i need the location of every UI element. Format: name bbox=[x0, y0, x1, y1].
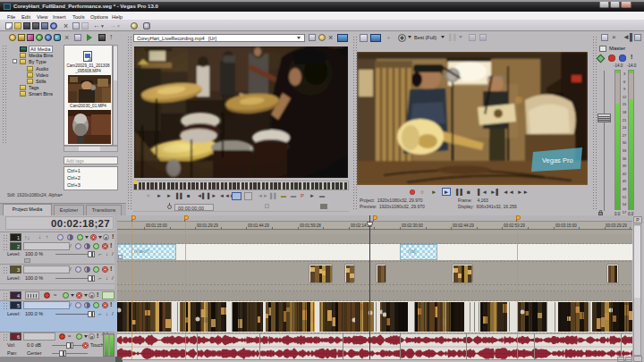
svg-text:Vegas Pro: Vegas Pro bbox=[542, 156, 573, 164]
